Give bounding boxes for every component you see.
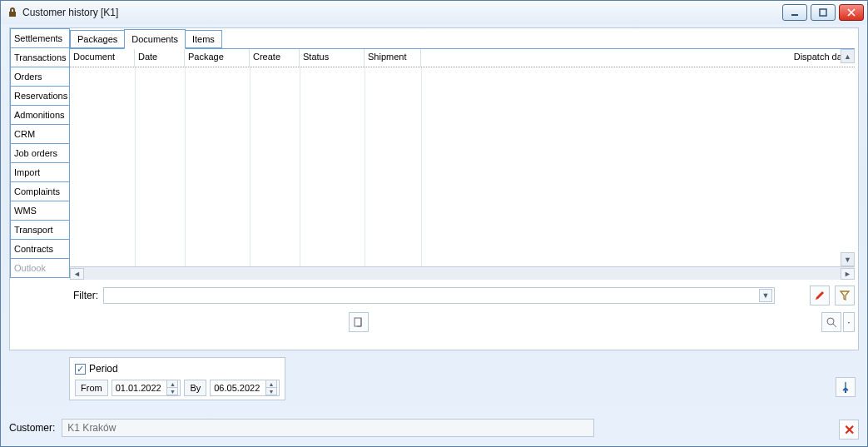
vtab-outlook[interactable]: Outlook [10,258,70,278]
top-tabs: Packages Documents Items [70,28,858,48]
scroll-up-button[interactable]: ▲ [841,49,855,63]
svg-point-3 [827,318,834,325]
svg-rect-2 [355,318,361,326]
by-spinner[interactable]: ▲▼ [265,380,277,395]
minimize-button[interactable] [782,4,807,21]
col-date[interactable]: Date [135,49,185,67]
by-button[interactable]: By [184,380,206,396]
filter-row: Filter: ▼ [70,285,855,306]
horizontal-scrollbar[interactable]: ◄ ► [70,266,855,280]
from-spinner[interactable]: ▲▼ [166,380,178,395]
col-dispatch-date[interactable]: Dispatch date [421,49,855,67]
filter-input[interactable]: ▼ [103,287,775,304]
col-shipment[interactable]: Shipment [365,49,421,67]
svg-rect-0 [791,14,798,16]
inner-area: Packages Documents Items Document Date P… [70,28,858,350]
from-date-input[interactable]: 01.01.2022 ▲▼ [112,380,181,396]
grid-tools-row: · [70,310,855,335]
period-panel: ✓ Period From 01.01.2022 ▲▼ By 06.05.202… [69,357,285,400]
dialog-close-button[interactable]: ✕ [839,420,859,440]
pin-button[interactable] [836,377,856,397]
search-options-button[interactable]: · [843,312,855,332]
col-document[interactable]: Document [70,49,135,67]
titlebar: Customer history [K1] [1,1,867,24]
vtab-transactions[interactable]: Transactions [10,47,70,67]
data-grid[interactable]: Document Date Package Create Status Ship… [70,48,855,280]
lock-icon [6,6,19,19]
filter-edit-button[interactable] [810,286,830,305]
svg-rect-4 [845,390,846,393]
vtab-import[interactable]: Import [10,162,70,182]
from-button[interactable]: From [75,380,108,396]
grid-body [70,67,855,266]
vtab-admonitions[interactable]: Admonitions [10,105,70,125]
vtab-orders[interactable]: Orders [10,67,70,87]
customer-label: Customer: [9,422,55,434]
svg-rect-1 [820,9,826,16]
close-button[interactable] [839,4,864,21]
htab-documents[interactable]: Documents [124,29,186,49]
side-tabs: Settlements Transactions Orders Reservat… [10,28,70,277]
customer-field[interactable]: K1 Kraków [62,419,594,437]
vtab-settlements[interactable]: Settlements [10,28,70,48]
vtab-complaints[interactable]: Complaints [10,181,70,201]
htab-packages[interactable]: Packages [70,30,125,48]
content-area: Settlements Transactions Orders Reservat… [9,27,859,410]
period-checkbox[interactable]: ✓ [75,364,86,375]
scroll-right-button[interactable]: ► [841,268,855,280]
vtab-crm[interactable]: CRM [10,124,70,144]
col-status[interactable]: Status [300,49,365,67]
main-panel: Settlements Transactions Orders Reservat… [9,27,859,350]
htab-items[interactable]: Items [185,30,222,48]
col-create[interactable]: Create [250,49,300,67]
period-label: Period [89,363,118,375]
by-date-input[interactable]: 06.05.2022 ▲▼ [210,380,280,396]
vtab-wms[interactable]: WMS [10,201,70,221]
filter-settings-button[interactable] [835,286,855,305]
vtab-reservations[interactable]: Reservations [10,86,70,106]
col-package[interactable]: Package [185,49,250,67]
chevron-down-icon[interactable]: ▼ [759,289,772,302]
scroll-left-button[interactable]: ◄ [70,268,84,280]
scroll-down-button[interactable]: ▼ [841,252,855,266]
footer: Customer: K1 Kraków [9,416,859,440]
window-title: Customer history [K1] [22,7,118,18]
filter-label: Filter: [73,290,98,301]
export-button[interactable] [349,312,369,332]
search-button[interactable] [821,312,841,332]
grid-header: Document Date Package Create Status Ship… [70,49,855,67]
maximize-button[interactable] [811,4,836,21]
vtab-job-orders[interactable]: Job orders [10,143,70,163]
vtab-transport[interactable]: Transport [10,220,70,240]
window-root: Customer history [K1] Settlements Transa… [0,0,868,447]
vtab-contracts[interactable]: Contracts [10,239,70,259]
